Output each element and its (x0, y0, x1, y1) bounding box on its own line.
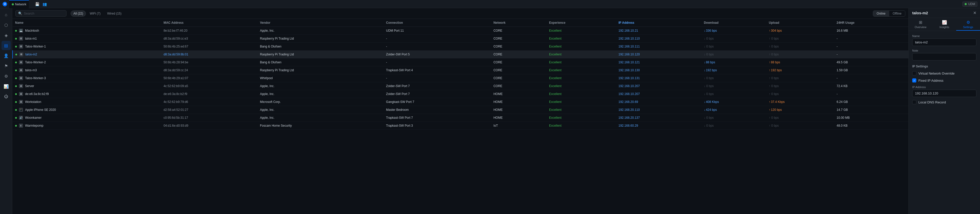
cell-ip: 192.168.20.110 (616, 106, 701, 114)
table-row[interactable]: 🖥 Server 4c:52:62:b9:09:a5 Apple, Inc. Z… (13, 82, 908, 90)
table-row[interactable]: 🔊 Woonkamer c0:95:6d:5b:31:17 Apple, Inc… (13, 114, 908, 122)
cell-connection: Trapkast-SW Port 4 (383, 67, 491, 75)
device-name: Talos-Worker-2 (25, 60, 46, 64)
cell-name: 🖥 talos-m3 (13, 67, 161, 75)
panel-close-button[interactable]: ✕ (973, 11, 977, 15)
cell-ip: 192.168.10.207 (616, 90, 701, 98)
col-usage[interactable]: 24HR Usage (834, 19, 908, 27)
sidebar-item-users[interactable]: 👤 (2, 51, 11, 60)
table-row[interactable]: 🖥 Talos-Worker-1 50:6b:4b:25:ed:67 Bang … (13, 43, 908, 51)
table-row[interactable]: 🖥 talos-m1 d8:3a:dd:59:cc:e3 Raspberry P… (13, 35, 908, 43)
local-dns-label: Local DNS Record (918, 100, 946, 104)
upload-value: ↑ 0 bps (769, 76, 779, 80)
table-row[interactable]: 📱 Apple iPhone SE 2020 d2:58:a4:52:01:27… (13, 106, 908, 114)
users-icon[interactable]: 👥 (43, 2, 47, 6)
col-connection[interactable]: Connection (383, 19, 491, 27)
name-field-input[interactable] (912, 38, 977, 46)
topbar-icons: 💾 👥 (35, 2, 47, 6)
cell-name: 🖥 talos-m2 (13, 51, 161, 59)
network-tab[interactable]: Network (9, 0, 29, 8)
table-row[interactable]: 💻 Macintosh 8e:b2:be:f7:46:20 Apple, Inc… (13, 27, 908, 35)
table-row[interactable]: 🖥 talos-m2 d8:3a:dd:59:8b:01 Raspberry P… (13, 51, 908, 59)
cell-connection: Zolder-SW Port 5 (383, 51, 491, 59)
filter-tab-wifi[interactable]: WiFi (7) (87, 11, 103, 17)
cell-vendor: Raspberry Pi Trading Ltd (257, 51, 383, 59)
cell-upload: ↑ 0 bps (766, 114, 834, 122)
ip-address-input[interactable] (912, 90, 977, 97)
status-indicator (15, 54, 17, 55)
cell-upload: ↑120 bps (766, 106, 834, 114)
col-upload[interactable]: Upload (766, 19, 834, 27)
insights-tab-icon: 📈 (942, 20, 947, 25)
cell-connection: Gangkast-SW Port 7 (383, 98, 491, 106)
cell-ip: 192.168.20.69 (616, 98, 701, 106)
panel-tab-insights[interactable]: 📈 Insights (932, 18, 956, 31)
sidebar-item-settings[interactable]: ⚙ (2, 71, 11, 81)
table-row[interactable]: 🖥 Talos-Worker-2 50:6b:4b:28:94:be Bang … (13, 59, 908, 67)
col-vendor[interactable]: Vendor (257, 19, 383, 27)
cell-name: 📱 Apple iPhone SE 2020 (13, 106, 161, 114)
col-ip[interactable]: IP Address (616, 19, 701, 27)
cell-vendor: Apple, Inc. (257, 27, 383, 35)
cell-network: CORE (491, 35, 546, 43)
devices-table-wrap: Name MAC Address Vendor Connection Netwo… (12, 19, 908, 214)
col-network[interactable]: Network (491, 19, 546, 27)
filter-tab-all[interactable]: All (22) (71, 11, 86, 17)
table-row[interactable]: 🌡 Warmtepomp 04:d1:6e:d0:93:d9 Foscam Ho… (13, 122, 908, 130)
sidebar-item-home[interactable]: ⌂ (2, 10, 11, 19)
cell-ip: 192.168.10.121 (616, 59, 701, 67)
cell-network: HOME (491, 90, 546, 98)
panel-tab-overview[interactable]: ⊞ Overview (908, 18, 932, 31)
cell-vendor: Raspberry Pi Trading Ltd (257, 35, 383, 43)
cell-download: ↓ 0 bps (701, 43, 766, 51)
cell-vendor: Whirlpool (257, 75, 383, 82)
table-row[interactable]: 🖥 de:e6:3a:8c:b2:f9 de:e6:3a:8c:b2:f9 Ap… (13, 90, 908, 98)
col-download[interactable]: Download (701, 19, 766, 27)
local-dns-checkbox[interactable] (912, 100, 916, 104)
table-row[interactable]: 🖥 talos-m3 d8:3a:dd:59:cc:24 Raspberry P… (13, 67, 908, 75)
download-arrow: ↓ (704, 68, 705, 72)
right-panel: talos-m2 ✕ ⊞ Overview 📈 Insights ⚙ Setti… (908, 8, 980, 214)
download-value: ↓ 0 bps (704, 92, 714, 96)
sidebar-item-devices[interactable]: ◈ (2, 31, 11, 40)
note-field-input[interactable] (912, 53, 977, 60)
device-icon: 🔊 (19, 116, 23, 120)
sidebar-item-topology[interactable]: ⬡ (2, 21, 11, 30)
cell-mac: 4c:52:62:b9:09:a5 (161, 82, 257, 90)
sidebar-item-network[interactable]: ▤ (2, 41, 11, 50)
virtual-network-checkbox[interactable] (912, 71, 916, 75)
cell-vendor: Bang & Olufsen (257, 43, 383, 51)
col-mac[interactable]: MAC Address (161, 19, 257, 27)
cell-usage: - (834, 43, 908, 51)
fixed-ip-checkbox[interactable] (912, 78, 916, 82)
filter-tab-wired[interactable]: Wired (15) (104, 11, 124, 17)
device-icon: 🖥 (19, 84, 23, 88)
search-input[interactable] (24, 11, 60, 15)
overview-tab-label: Overview (915, 25, 927, 29)
cell-download: ↓ 0 bps (701, 51, 766, 59)
sidebar-item-security[interactable]: ⚑ (2, 61, 11, 70)
panel-tab-settings[interactable]: ⚙ Settings (956, 18, 980, 31)
cell-network: CORE (491, 51, 546, 59)
cell-vendor: Foscam Home Security (257, 122, 383, 130)
sidebar-item-analytics[interactable]: 📊 (2, 82, 11, 91)
table-row[interactable]: 🖥 Workstation 4c:52:62:b9:79:d6 Microsof… (13, 98, 908, 106)
cell-experience: Excellent (547, 90, 616, 98)
cell-download: ↓ 0 bps (701, 90, 766, 98)
cell-upload: ↑ 0 bps (766, 75, 834, 82)
col-experience[interactable]: Experience (547, 19, 616, 27)
offline-button[interactable]: Offline (889, 11, 905, 16)
sidebar-item-io[interactable]: ⏻ (2, 92, 11, 101)
online-button[interactable]: Online (873, 11, 889, 16)
upload-value: ↑ 0 bps (769, 84, 779, 88)
virtual-network-label: Virtual Network Override (918, 71, 955, 75)
upload-value: 120 bps (771, 108, 782, 112)
col-name[interactable]: Name (13, 19, 161, 27)
table-row[interactable]: 🖥 Talos-Worker-3 50:6b:4b:29:a1:07 Whirl… (13, 75, 908, 82)
upload-value: 304 bps (771, 29, 782, 32)
table-body: 💻 Macintosh 8e:b2:be:f7:46:20 Apple, Inc… (13, 27, 908, 130)
cell-connection: Zolder-SW Port 7 (383, 90, 491, 98)
cell-ip: 192.168.20.137 (616, 114, 701, 122)
settings-tab-icon: ⚙ (966, 20, 970, 25)
backup-icon[interactable]: 💾 (35, 2, 40, 6)
